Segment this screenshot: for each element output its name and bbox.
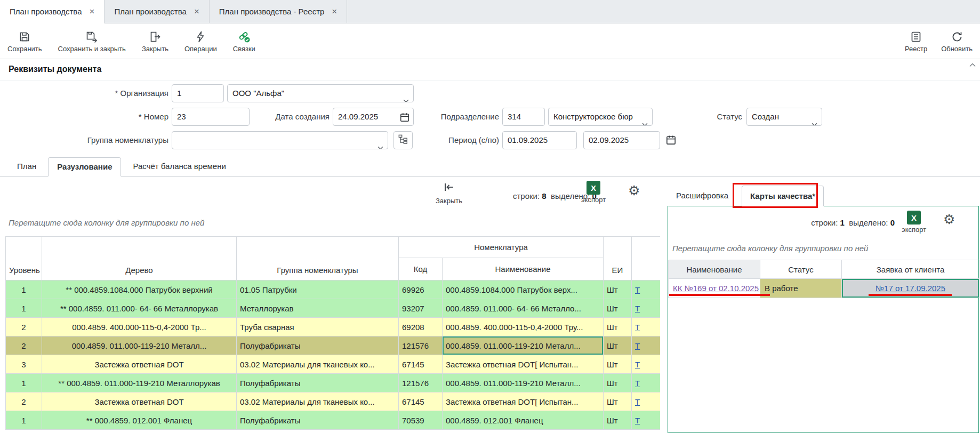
table-row[interactable]: 2 Застежка ответная DOT 03.02 Материалы … (6, 392, 661, 411)
window-tab-registry[interactable]: План производства - Реестр × (210, 0, 347, 23)
cell-tree[interactable]: ** 000.4859. 011.000-119-210 Металлорука… (42, 374, 237, 392)
cell-code[interactable]: 70539 (399, 411, 443, 430)
row-link[interactable]: Т (635, 416, 640, 425)
cell-tree[interactable]: ** 000.4859. 012.001 Фланец (42, 411, 237, 430)
calendar-icon[interactable] (665, 134, 677, 148)
row-link[interactable]: Т (635, 323, 640, 332)
calendar-icon[interactable] (399, 111, 410, 126)
cell-level[interactable]: 1 (6, 299, 42, 318)
col-header-level[interactable]: Уровень (6, 237, 42, 280)
cell-code[interactable]: 121576 (399, 374, 443, 392)
department-code-field[interactable]: 314 (502, 108, 545, 126)
table-row[interactable]: 1 ** 000.4859. 012.001 Фланец Полуфабрик… (6, 411, 661, 430)
col-header-status[interactable]: Статус (760, 260, 842, 279)
cell-code[interactable]: 69208 (399, 318, 443, 336)
cell-tree[interactable]: Застежка ответная DOT (42, 355, 237, 374)
export-button[interactable]: X экспорт (902, 211, 926, 234)
cell-tree[interactable]: 000.4859. 400.000-115-0,4-2000 Тр... (42, 318, 237, 336)
cell-extra[interactable]: Т (632, 299, 660, 318)
table-row[interactable]: 1 ** 000.4859.1084.000 Патрубок верхний … (6, 280, 661, 299)
period-from-field[interactable]: 01.09.2025 (502, 131, 577, 149)
tab-quality-cards[interactable]: Карты качества* (742, 186, 824, 206)
cell-unit[interactable]: Шт (604, 355, 632, 374)
close-tab-icon[interactable]: × (332, 7, 337, 16)
cell-code[interactable]: 69926 (399, 280, 443, 299)
tab-time-balance[interactable]: Расчёт баланса времени (124, 157, 234, 176)
cell-group[interactable]: Полуфабрикаты (237, 336, 399, 355)
quality-card-link[interactable]: КК №169 от 02.10.2025 (673, 284, 759, 293)
col-header-name[interactable]: Наименование (443, 258, 604, 280)
cell-extra[interactable]: Т (632, 392, 660, 411)
cell-code[interactable]: 67145 (399, 392, 443, 411)
table-row[interactable]: 1 ** 000.4859. 011.000- 64- 66 Металлору… (6, 299, 661, 318)
cell-code[interactable]: 93207 (399, 299, 443, 318)
cell-tree[interactable]: Застежка ответная DOT (42, 392, 237, 411)
cell-group[interactable]: Полуфабрикаты (237, 411, 399, 430)
cell-card-status[interactable]: В работе (760, 279, 842, 298)
tree-select-button[interactable] (393, 131, 413, 149)
col-header-name[interactable]: Наименование (669, 260, 760, 279)
collapse-up-icon[interactable] (969, 60, 976, 69)
cell-extra[interactable]: Т (632, 280, 660, 299)
period-to-field[interactable]: 02.09.2025 (583, 131, 660, 149)
cell-level[interactable]: 1 (6, 374, 42, 392)
cell-extra[interactable]: Т (632, 355, 660, 374)
row-link[interactable]: Т (635, 360, 640, 369)
gear-icon[interactable]: ⚙ (943, 213, 955, 226)
cell-unit[interactable]: Шт (604, 318, 632, 336)
save-and-close-button[interactable]: Сохранить и закрыть (58, 30, 126, 53)
cell-tree[interactable]: 000.4859. 011.000-119-210 Металл... (42, 336, 237, 355)
table-row[interactable]: 2 000.4859. 400.000-115-0,4-2000 Тр... Т… (6, 318, 661, 336)
cell-name[interactable]: 000.4859. 400.000-115-0,4-2000 Тру... (443, 318, 604, 336)
table-row[interactable]: 1 ** 000.4859. 011.000-119-210 Металлору… (6, 374, 661, 392)
cell-unit[interactable]: Шт (604, 374, 632, 392)
window-tab-plan-2[interactable]: План производства × (105, 0, 209, 23)
cell-unit[interactable]: Шт (604, 411, 632, 430)
department-select[interactable]: Конструкторское бюр (548, 108, 653, 126)
cell-level[interactable]: 1 (6, 280, 42, 299)
cell-unit[interactable]: Шт (604, 299, 632, 318)
cell-extra[interactable]: Т (632, 411, 660, 430)
col-header-tree[interactable]: Дерево (42, 237, 237, 280)
created-date-field[interactable]: 24.09.2025 (333, 108, 414, 126)
close-tab-icon[interactable]: × (89, 7, 94, 16)
row-link[interactable]: Т (635, 379, 640, 388)
status-select[interactable]: Создан (746, 108, 822, 126)
cell-unit[interactable]: Шт (604, 392, 632, 411)
refresh-button[interactable]: Обновить (941, 30, 973, 53)
cell-group[interactable]: Полуфабрикаты (237, 374, 399, 392)
close-tab-icon[interactable]: × (194, 7, 199, 16)
window-tab-plan-1[interactable]: План производства × (0, 0, 105, 23)
save-button[interactable]: Сохранить (7, 30, 42, 53)
tab-rasshifrovka[interactable]: Расшифровка (668, 186, 736, 206)
cell-extra[interactable]: Т (632, 318, 660, 336)
cell-name[interactable]: 000.4859.1084.000 Патрубок верх... (443, 280, 604, 299)
number-field[interactable]: 23 (172, 108, 250, 126)
cell-level[interactable]: 3 (6, 355, 42, 374)
cell-name[interactable]: Застежка ответная DOT[ Испытан... (443, 392, 604, 411)
cell-name[interactable]: Застежка ответная DOT[ Испытан... (443, 355, 604, 374)
tab-razuzlovanie[interactable]: Разузлование (48, 157, 121, 177)
cell-name[interactable]: 000.4859. 011.000- 64- 66 Металло... (443, 299, 604, 318)
cell-group[interactable]: 01.05 Патрубки (237, 280, 399, 299)
client-request-link[interactable]: №17 от 17.09.2025 (875, 284, 945, 293)
cell-group[interactable]: 03.02 Материалы для тканевых ко... (237, 392, 399, 411)
cell-extra[interactable]: Т (632, 336, 660, 355)
grid-close-button[interactable]: Закрыть (427, 181, 471, 205)
cell-group[interactable]: 03.02 Материалы для тканевых ко... (237, 355, 399, 374)
table-row[interactable]: 3 Застежка ответная DOT 03.02 Материалы … (6, 355, 661, 374)
cell-unit[interactable]: Шт (604, 336, 632, 355)
cell-level[interactable]: 2 (6, 392, 42, 411)
close-document-button[interactable]: Закрыть (142, 30, 168, 53)
organization-code-field[interactable]: 1 (172, 84, 224, 102)
cell-group[interactable]: Труба сварная (237, 318, 399, 336)
cell-extra[interactable]: Т (632, 374, 660, 392)
tab-plan[interactable]: План (9, 157, 45, 176)
nomenclature-group-select[interactable] (172, 131, 388, 149)
cell-tree[interactable]: ** 000.4859. 011.000- 64- 66 Металлорука… (42, 299, 237, 318)
cell-name[interactable]: 000.4859. 011.000-119-210 Металл... (443, 374, 604, 392)
row-link[interactable]: Т (635, 285, 640, 294)
cell-unit[interactable]: Шт (604, 280, 632, 299)
cell-name-focused[interactable]: 000.4859. 011.000-119-210 Металл... (443, 336, 604, 355)
table-row-selected[interactable]: 2 000.4859. 011.000-119-210 Металл... По… (6, 336, 661, 355)
